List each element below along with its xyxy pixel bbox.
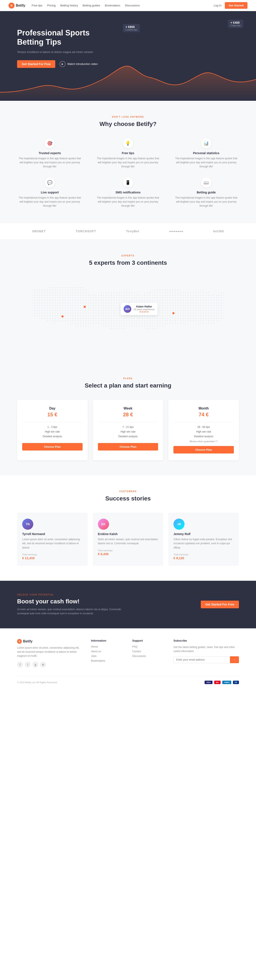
hero-subtitle: Tempor incididunt ut labore et dolore ma… [17,50,102,54]
footer-brand-desc: Lorem ipsum dolor sit amet, consectetur … [17,646,83,658]
plan-day-tips: 1 - 3 tips [22,426,83,428]
feature-trusted-experts: 🎯 Trusted experts The inspirational imag… [17,138,83,169]
feature-live-support: 💬 Live support The inspirational images … [17,177,83,208]
get-started-nav-button[interactable]: Get Started [225,2,248,9]
experts-section: EXPERTS 5 experts from 3 continents AH [0,240,256,362]
watch-video-link[interactable]: ▶ Watch Introduction video [59,61,98,67]
success-section: CUSTOMERS Success stories TN Tyrrell Nor… [0,475,256,581]
trusted-experts-icon: 🎯 [45,138,55,148]
nav-free-tips[interactable]: Free tips [32,4,43,7]
footer-link-faq[interactable]: FAQ [132,645,165,648]
footer-link-jobs[interactable]: Jobs [91,655,124,658]
expert-name: Adam Haller [134,305,154,308]
story-1: EK Erskine Kalsh Dolor ad minim veniam, … [93,512,164,566]
story-earnings-label-0: Total earnings: [22,553,83,556]
plan-day-cta-button[interactable]: Choose Plan [22,443,83,450]
payment-mc: MC [214,681,221,684]
cta-text: Ut enim ad minim veniam, quis nostrud ex… [17,608,124,616]
partner-bet365: bet365 [213,229,224,233]
feature-name-4: SMS notifications [115,191,140,194]
feature-name-2: Personal statistics [193,151,219,155]
story-text-2: Cillum dolore eu fugiat nulla pariatur. … [173,538,234,550]
nav-bookmakers[interactable]: Bookmakers [105,4,120,7]
feature-desc-1: The inspirational images in this app fea… [95,156,161,169]
expert-role: 14 years experience [134,308,154,311]
social-facebook[interactable]: f [17,662,23,668]
footer-link-discussions[interactable]: Discussions [132,655,165,658]
story-earnings-2: € 8,120 [173,556,234,560]
plan-week-cta-button[interactable]: Choose Plan [98,443,158,450]
plans-grid: Day 15 € 1 - 3 tips High win rate Detail… [17,400,239,460]
plan-month-cta-button[interactable]: Choose Plan [173,446,234,453]
partner-sbobet: SBOBET [32,229,46,233]
play-icon: ▶ [59,61,65,67]
plan-week-tips: 7 - 21 tips [98,426,158,428]
chart-bubble-2: + €400 4 days tips [228,20,243,28]
feature-personal-stats: 📊 Personal statistics The inspirational … [173,138,239,169]
social-linkedin[interactable]: in [40,662,46,668]
story-text-1: Dolor ad minim veniam, quis nostrud sed … [98,538,158,546]
payment-visa: VISA [205,681,213,684]
subscribe-form: → [173,656,239,663]
why-section-label: DON'T LOSE ANYMORE [17,116,239,118]
footer-link-contact[interactable]: Contact [132,650,165,653]
free-tips-icon: 💡 [123,138,133,148]
feature-betting-guide: 📖 Betting guide The inspirational images… [173,177,239,208]
footer-bottom: © 2015 Betify Ltd, All Rights Reserved. … [17,676,239,684]
nav-betting-guides[interactable]: Betting guides [83,4,100,7]
social-twitter[interactable]: t [25,662,31,668]
partner-tonybet: TonyBet [126,229,139,233]
social-google[interactable]: g [32,662,38,668]
feature-name-1: Free tips [122,151,134,155]
story-2: JR Jemmy Rolf Cillum dolore eu fugiat nu… [168,512,239,566]
feature-desc-3: The inspirational images in this app fea… [17,196,83,208]
plan-day: Day 15 € 1 - 3 tips High win rate Detail… [17,400,88,460]
hero-cta-button[interactable]: Get Started For Free [17,60,55,68]
plan-week-divider [98,422,158,422]
nav-betting-history[interactable]: Betting history [60,4,78,7]
plan-week-name: Week [98,407,158,410]
experts-title: 5 experts from 3 continents [17,259,239,266]
feature-name-0: Trusted experts [39,151,61,155]
cta-button[interactable]: Get Started For Free [201,601,239,608]
partner-dots: ●●●●●●● [169,229,183,233]
footer-copyright: © 2015 Betify Ltd, All Rights Reserved. [17,681,57,684]
success-section-label: CUSTOMERS [17,490,239,493]
story-earnings-1: € 6,439 [98,552,158,556]
story-text-0: Lorem ipsum dolor sit amet, consectetur … [22,538,83,550]
story-earnings-label-2: Total earnings: [173,553,234,556]
plan-month: Month 74 € 28 - 84 tips High win rate De… [168,400,239,460]
footer-subscribe: Subscribe Get the latest betting guides,… [173,639,239,668]
plan-day-name: Day [22,407,83,410]
footer-brand: B Betify Lorem ipsum dolor sit amet, con… [17,639,83,668]
plan-week: Week 28 € 7 - 21 tips High win rate Deta… [93,400,164,460]
nav-discussions[interactable]: Discussions [125,4,140,7]
story-avatar-1: EK [98,519,109,530]
nav-pricing[interactable]: Pricing [47,4,56,7]
cta-section: UNLOCK YOUR POTENTIAL Boost your cash fl… [0,581,256,628]
footer-link-bookmakers[interactable]: Bookmakers [91,659,124,662]
stories-grid: TN Tyrrell Normand Lorem ipsum dolor sit… [17,512,239,566]
footer-logo: B Betify [17,639,83,644]
navigation: B Betify Free tips Pricing Betting histo… [0,0,256,11]
footer-link-about[interactable]: About us [91,650,124,653]
login-link[interactable]: Log In [214,4,221,7]
subscribe-button[interactable]: → [230,656,239,663]
subscribe-input[interactable] [173,656,230,663]
chart-bubble-1: + €800 5 weeks tips [123,24,140,32]
plan-day-winrate: High win rate [22,430,83,433]
partner-torchsoft: TORCHSOFT [76,229,96,233]
features-grid: 🎯 Trusted experts The inspirational imag… [17,138,239,208]
story-earnings-label-1: Total earnings: [98,549,158,552]
experts-section-label: EXPERTS [17,255,239,257]
feature-desc-2: The inspirational images in this app fea… [173,156,239,169]
story-earnings-0: € 11,410 [22,556,83,560]
story-avatar-2: JR [173,519,184,530]
logo[interactable]: B Betify [8,3,25,8]
cta-title: Boost your cash flow! [17,598,124,605]
hero-buttons: Get Started For Free ▶ Watch Introductio… [17,60,102,68]
footer-link-home[interactable]: Home [91,645,124,648]
plan-month-divider [173,422,234,422]
footer-information: Information Home About us Jobs Bookmaker… [91,639,124,668]
plan-day-analysis: Detailed analysis [22,435,83,438]
